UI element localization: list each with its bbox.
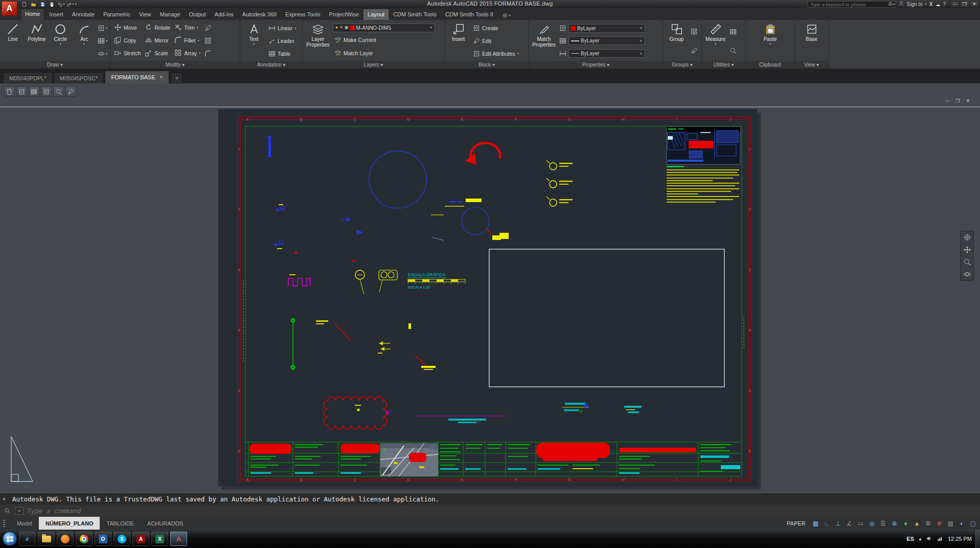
restore-button[interactable]: ❐ xyxy=(960,1,969,8)
copy-button[interactable]: Copy xyxy=(112,36,143,44)
ribbon-tab-cdm-smith-tools-2[interactable]: CDM Smith Tools II xyxy=(441,9,497,20)
exchange-apps-icon[interactable]: X xyxy=(929,2,933,7)
lineweight-combo[interactable]: ByLayer▼ xyxy=(568,36,645,45)
layout-tab-tabloide[interactable]: TABLOIDE xyxy=(100,517,141,530)
edit-attributes-dropdown-icon[interactable]: ▾ xyxy=(517,52,519,55)
panel-label-groups[interactable]: Groups ▾ xyxy=(663,61,701,69)
rectangle-tool-button[interactable]: ▾ xyxy=(97,24,108,33)
doc-minimize-icon[interactable]: ─ xyxy=(944,98,951,104)
measure-button[interactable]: Measure▾ xyxy=(703,21,727,61)
linetype-combo[interactable]: ByLayer▼ xyxy=(568,49,645,58)
trim-dropdown-icon[interactable]: ▾ xyxy=(197,26,198,29)
doc-tab-m05040pdpl[interactable]: M05040PDPL* xyxy=(3,72,53,83)
stretch-button[interactable]: Stretch xyxy=(112,49,143,57)
search-input[interactable] xyxy=(808,2,887,7)
match-properties-button[interactable]: Match Properties xyxy=(531,21,557,61)
layer-color-swatch[interactable] xyxy=(350,26,355,30)
ribbon-display-toggle-icon[interactable]: ◎ xyxy=(503,12,508,18)
panel-label-annotation[interactable]: Annotation ▾ xyxy=(240,61,302,69)
annotation-scale-icon[interactable]: ▲ xyxy=(911,518,922,528)
panel-label-block[interactable]: Block ▾ xyxy=(445,61,529,69)
scale-button[interactable]: Scale xyxy=(143,49,172,57)
erase-button[interactable] xyxy=(203,24,213,33)
move-button[interactable]: Move xyxy=(112,24,143,31)
workspace-switch-icon[interactable]: ⚙ xyxy=(923,518,933,528)
linetype-combo-dropdown-icon[interactable]: ▼ xyxy=(640,52,643,55)
clock[interactable]: 12:25 PM xyxy=(948,536,972,542)
hatch-tool-button[interactable]: ▾ xyxy=(97,36,108,46)
close-button[interactable]: ✕ xyxy=(970,1,979,8)
canvas-tool-create-icon[interactable] xyxy=(41,86,52,97)
quick-properties-icon[interactable]: ▤ xyxy=(945,518,956,528)
leader-button[interactable]: Leader xyxy=(267,36,298,46)
circle-button[interactable]: Circle▾ xyxy=(49,21,72,61)
qat-customize-icon[interactable]: ▾ xyxy=(75,3,77,6)
table-button[interactable]: Table xyxy=(267,49,298,59)
application-menu-button[interactable]: A xyxy=(2,1,17,16)
fillet-button[interactable]: Fillet▾ xyxy=(172,36,202,44)
panel-label-properties[interactable]: Properties ▾ xyxy=(529,61,663,69)
adobe-reader-icon[interactable]: A xyxy=(132,532,149,546)
help-icon[interactable]: ? xyxy=(943,2,946,7)
autodesk360-icon[interactable]: ☁ xyxy=(935,2,940,7)
color-combo[interactable]: ByLayer▼ xyxy=(568,24,645,33)
explorer-folder-icon[interactable] xyxy=(38,532,55,546)
lineweight-combo-dropdown-icon[interactable]: ▼ xyxy=(640,39,643,42)
ribbon-tab-projectwise[interactable]: ProjectWise xyxy=(325,9,363,20)
network-icon[interactable] xyxy=(937,536,944,542)
edit-block-button[interactable]: Edit xyxy=(471,36,520,46)
command-input[interactable] xyxy=(27,507,980,515)
redo-button[interactable]: ▾ xyxy=(66,1,75,8)
match-layer-button[interactable]: Match Layer xyxy=(333,48,443,58)
measure-dropdown-icon[interactable]: ▾ xyxy=(715,42,716,46)
ribbon-tab-parametric[interactable]: Parametric xyxy=(99,9,134,20)
ungroup-button[interactable] xyxy=(690,27,699,36)
search-dropdown-icon[interactable]: ▾ xyxy=(894,3,895,6)
zoom-icon[interactable] xyxy=(963,258,971,266)
steering-wheel-icon[interactable] xyxy=(963,233,971,242)
trim-button[interactable]: Trim▾ xyxy=(172,24,202,31)
panel-label-draw[interactable]: Draw ▾ xyxy=(0,61,110,69)
fillet-dropdown-icon[interactable]: ▾ xyxy=(197,39,199,42)
linear-dimension-button[interactable]: Linear▾ xyxy=(267,23,298,33)
layer-combo-dropdown-icon[interactable]: ▼ xyxy=(429,26,432,29)
line-button[interactable]: Line xyxy=(2,21,25,61)
doc-close-icon[interactable]: ✕ xyxy=(964,98,972,104)
make-current-button[interactable]: Make Current xyxy=(333,35,443,45)
autocad-taskbar-icon[interactable]: A xyxy=(170,532,187,546)
base-button[interactable]: Base xyxy=(800,21,824,61)
lineweight-toggle-icon[interactable]: ☰ xyxy=(878,518,888,528)
offset-button[interactable] xyxy=(203,49,213,58)
selection-cycling-icon[interactable]: ⊕ xyxy=(889,518,900,528)
undo-button[interactable]: ▾ xyxy=(57,1,65,8)
panel-label-layers[interactable]: Layers ▾ xyxy=(303,61,444,69)
doc-tab-formato-base[interactable]: FORMATO BASE✕ xyxy=(105,71,169,83)
ribbon-tab-addins[interactable]: Add-ins xyxy=(211,9,238,20)
ribbon-display-dropdown-icon[interactable]: ▾ xyxy=(509,14,511,17)
create-block-button[interactable]: Create xyxy=(471,23,520,33)
hidden-icons-chevron[interactable]: ▲ xyxy=(918,537,922,541)
pan-icon[interactable] xyxy=(963,246,971,254)
internet-explorer-icon[interactable]: e xyxy=(19,532,36,546)
layer-lock-icon[interactable]: ▣ xyxy=(345,26,349,30)
skype-icon[interactable]: S xyxy=(113,532,130,546)
paste-button[interactable]: Paste▾ xyxy=(758,21,782,61)
canvas-tool-base-icon[interactable] xyxy=(16,86,27,97)
panel-label-modify[interactable]: Modify ▾ xyxy=(110,61,240,69)
ribbon-tab-autodesk360[interactable]: Autodesk 360 xyxy=(238,9,281,20)
ribbon-tab-output[interactable]: Output xyxy=(185,9,210,20)
rotate-button[interactable]: Rotate xyxy=(143,24,172,31)
canvas-tool-sheet-icon[interactable] xyxy=(4,86,15,97)
canvas-tool-zoom-icon[interactable] xyxy=(53,86,64,97)
color-combo-dropdown-icon[interactable]: ▼ xyxy=(640,27,643,30)
panel-label-view[interactable]: View ▾ xyxy=(795,61,828,69)
paste-dropdown-icon[interactable]: ▾ xyxy=(769,42,771,46)
panel-label-utilities[interactable]: Utilities ▾ xyxy=(702,61,745,69)
layer-freeze-icon[interactable]: ☀ xyxy=(339,26,343,30)
drawing-area[interactable]: ─ ❐ ✕ ABCDEFGHIJ ABCDEFGHIJ 12 xyxy=(0,83,980,493)
layer-combo[interactable]: ● ☀ ▣ M-ANNO-DIMS ▼ xyxy=(333,24,435,32)
excel-icon[interactable]: X xyxy=(151,532,168,546)
command-close-icon[interactable]: ✕ xyxy=(3,496,6,501)
save-button[interactable] xyxy=(38,1,47,8)
ribbon-tab-cdm-smith-tools[interactable]: CDM Smith Tools xyxy=(389,9,441,20)
